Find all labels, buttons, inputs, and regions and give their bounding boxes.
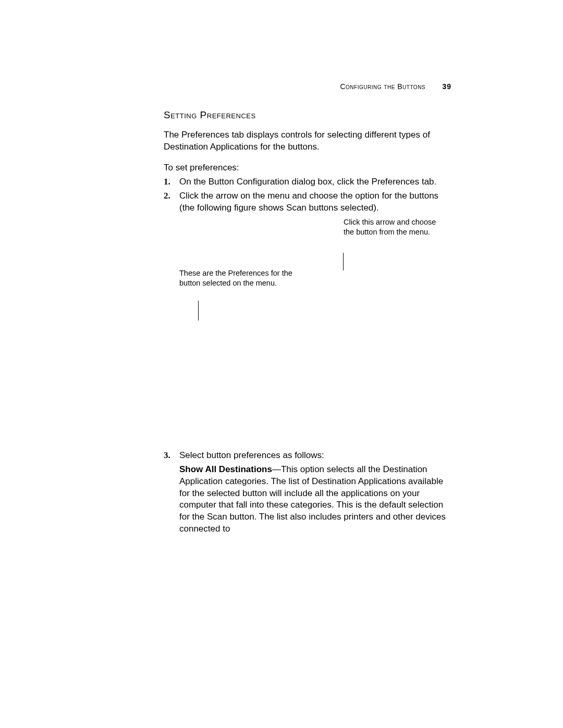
embedded-screenshot-placeholder	[164, 316, 449, 447]
step-1-number: 1.	[164, 176, 179, 188]
step-3-body: Select button preferences as follows:	[179, 450, 449, 462]
running-head-label: Configuring the Buttons	[340, 82, 425, 91]
step-2-number: 2.	[164, 190, 179, 214]
step-1-body: On the Button Configuration dialog box, …	[179, 176, 449, 188]
callout-left: These are the Preferences for the button…	[179, 268, 315, 288]
callout-row: Click this arrow and choose the button f…	[164, 217, 449, 316]
running-head: Configuring the Buttons 39	[0, 82, 563, 91]
step-3-bullet-rest: —This option selects all the Destination…	[179, 464, 446, 534]
step-2: 2. Click the arrow on the menu and choos…	[164, 190, 449, 214]
content-area: Setting Preferences The Preferences tab …	[164, 109, 449, 535]
step-3: 3. Select button preferences as follows:	[164, 450, 449, 462]
section-heading: Setting Preferences	[164, 109, 449, 121]
step-2-body: Click the arrow on the menu and choose t…	[179, 190, 449, 214]
callout-right: Click this arrow and choose the button f…	[344, 217, 448, 237]
step-1: 1. On the Button Configuration dialog bo…	[164, 176, 449, 188]
step-3-bullet-label: Show All Destinations	[179, 464, 272, 474]
callout-right-leader	[343, 253, 344, 270]
page: Configuring the Buttons 39 Setting Prefe…	[0, 0, 563, 728]
step-3-number: 3.	[164, 450, 179, 462]
intro-paragraph: The Preferences tab displays controls fo…	[164, 129, 449, 153]
step-3-bullet: Show All Destinations—This option select…	[179, 464, 449, 536]
callout-left-leader	[198, 301, 199, 320]
procedure-lead: To set preferences:	[164, 163, 449, 173]
running-head-page: 39	[442, 82, 451, 91]
